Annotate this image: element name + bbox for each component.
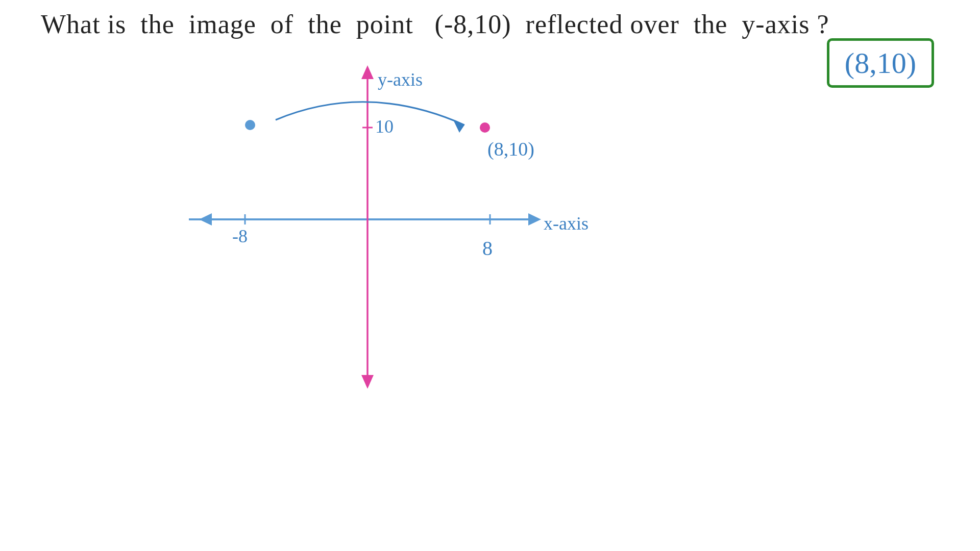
reflected-point-label: (8,10) xyxy=(487,138,534,160)
x-axis-left-arrow xyxy=(199,213,212,226)
y-axis-label: y-axis xyxy=(378,69,423,90)
y-axis-down-arrow xyxy=(361,375,374,389)
answer-label: (8,10) xyxy=(845,46,916,80)
answer-box: (8,10) xyxy=(827,38,934,88)
x-axis-label: x-axis xyxy=(544,213,589,234)
reflected-point xyxy=(480,122,490,133)
y-axis-up-arrow xyxy=(361,65,374,79)
10-label: 10 xyxy=(375,116,394,137)
x-axis-right-arrow xyxy=(528,213,541,226)
neg8-label: -8 xyxy=(232,226,248,246)
reflection-arc xyxy=(276,102,464,125)
coordinate-plane: x-axis y-axis -8 8 10 (8,10) xyxy=(0,31,612,413)
original-point xyxy=(245,120,255,130)
pos8-label: 8 xyxy=(482,237,493,260)
